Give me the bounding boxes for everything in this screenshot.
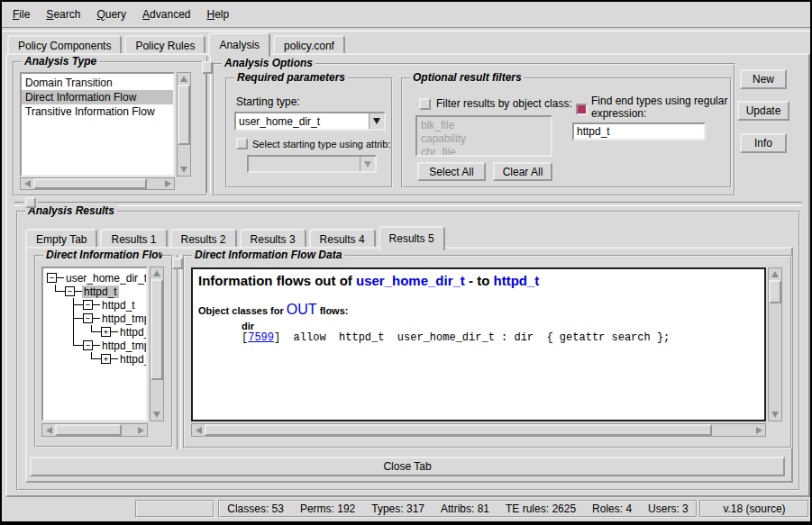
tree-expander-icon[interactable]: −: [83, 313, 93, 323]
scrollbar-thumb[interactable]: [55, 424, 122, 436]
menu-advanced[interactable]: Advanced: [142, 8, 190, 21]
analysis-type-vscrollbar[interactable]: [177, 72, 191, 177]
scroll-down-icon[interactable]: [769, 409, 781, 421]
scrollbar-thumb[interactable]: [151, 279, 163, 380]
required-parameters-panel: Required parameters Starting type: user_…: [225, 77, 393, 188]
tree-node-label[interactable]: httpd_tmp_t: [100, 312, 148, 325]
attrib-checkbox[interactable]: [236, 138, 248, 149]
new-button[interactable]: New: [740, 69, 787, 89]
flow-subtitle: Object classes for OUT flows:: [198, 302, 759, 318]
analysis-type-panel: Analysis Type Domain Transition Direct I…: [13, 61, 207, 196]
clear-all-button[interactable]: Clear All: [493, 162, 552, 181]
object-class-name: dir: [242, 321, 759, 331]
scroll-down-icon[interactable]: [151, 409, 163, 421]
tab-empty-tab[interactable]: Empty Tab: [25, 229, 97, 249]
scroll-up-icon[interactable]: [178, 73, 190, 85]
tab-analysis[interactable]: Analysis: [208, 32, 270, 57]
stat-roles: Roles: 4: [592, 502, 632, 515]
flow-tree-hscrollbar[interactable]: [41, 423, 148, 437]
info-button[interactable]: Info: [740, 133, 787, 153]
flow-tree-panel: Direct Information Flow T − user_home_di…: [34, 255, 173, 448]
tab-results-4[interactable]: Results 4: [309, 229, 376, 249]
attrib-combobox: [247, 155, 377, 173]
flow-tree-vscrollbar[interactable]: [150, 267, 164, 421]
optional-filters-legend: Optional result filters: [410, 71, 525, 84]
tree-row[interactable]: − httpd_t: [47, 285, 146, 298]
status-empty-box: [135, 500, 214, 518]
horizontal-sash-handle[interactable]: [25, 197, 36, 208]
scrollbar-thumb[interactable]: [33, 178, 147, 189]
regex-input[interactable]: httpd_t: [572, 122, 706, 140]
flow-data-hscrollbar[interactable]: [191, 423, 766, 437]
tree-node-label[interactable]: httpd_t: [118, 353, 148, 366]
scrollbar-thumb[interactable]: [205, 424, 712, 436]
tree-expander-icon[interactable]: +: [101, 327, 111, 337]
results-vertical-sash[interactable]: [177, 255, 181, 449]
tree-row[interactable]: − user_home_dir_t: [47, 271, 146, 285]
scroll-left-icon[interactable]: [21, 178, 33, 189]
list-item-disabled: chr_file: [417, 146, 551, 157]
chevron-down-icon[interactable]: [369, 113, 384, 129]
list-item[interactable]: Transitive Information Flow: [22, 104, 173, 119]
tree-row[interactable]: − httpd_tmpfs_t: [47, 339, 146, 352]
required-parameters-legend: Required parameters: [234, 71, 348, 84]
scroll-right-icon[interactable]: [134, 424, 147, 436]
select-all-button[interactable]: Select All: [417, 162, 486, 181]
flow-data-textarea[interactable]: Information flows out of user_home_dir_t…: [191, 267, 766, 421]
menu-query[interactable]: Query: [96, 8, 126, 21]
rule-number-link[interactable]: 7599: [248, 331, 274, 344]
analysis-type-hscrollbar[interactable]: [20, 177, 175, 190]
scroll-up-icon[interactable]: [769, 268, 781, 280]
menu-search[interactable]: Search: [46, 8, 80, 21]
tree-node-label[interactable]: httpd_t: [118, 326, 148, 339]
starting-type-combobox[interactable]: user_home_dir_t: [234, 112, 386, 131]
tree-row[interactable]: + httpd_t: [47, 352, 146, 366]
results-vertical-sash-handle[interactable]: [172, 258, 183, 269]
tree-node-label[interactable]: httpd_t: [100, 299, 137, 312]
tab-policy-components[interactable]: Policy Components: [7, 35, 122, 55]
starting-type-label: Starting type:: [236, 95, 300, 108]
scrollbar-thumb[interactable]: [769, 280, 781, 303]
flow-data-vscrollbar[interactable]: [768, 267, 782, 421]
flow-tree[interactable]: − user_home_dir_t − httpd_t − httpd_t − …: [41, 267, 148, 421]
top-vertical-sash[interactable]: [206, 56, 211, 193]
tab-results-2[interactable]: Results 2: [170, 229, 237, 249]
horizontal-sash-stub: [14, 202, 23, 206]
scroll-down-icon[interactable]: [178, 164, 190, 176]
scrollbar-thumb[interactable]: [178, 85, 190, 145]
tree-node-label[interactable]: user_home_dir_t: [64, 272, 148, 285]
list-item-disabled: capability: [417, 132, 551, 146]
tab-results-3[interactable]: Results 3: [240, 229, 306, 249]
list-item[interactable]: Domain Transition: [22, 76, 173, 90]
tab-policy-rules[interactable]: Policy Rules: [124, 35, 205, 55]
close-tab-button[interactable]: Close Tab: [30, 457, 785, 476]
regex-checkbox[interactable]: [576, 104, 588, 115]
list-item-selected[interactable]: Direct Information Flow: [22, 90, 173, 104]
scroll-right-icon[interactable]: [161, 178, 174, 189]
menu-help[interactable]: Help: [206, 8, 229, 21]
tree-node-label[interactable]: httpd_tmpfs_t: [100, 339, 148, 352]
scroll-right-icon[interactable]: [753, 424, 765, 436]
scroll-left-icon[interactable]: [42, 424, 55, 436]
flow-data-panel: Direct Information Flow Data Information…: [183, 255, 792, 448]
tree-expander-icon[interactable]: −: [65, 286, 75, 296]
object-class-checkbox[interactable]: [419, 98, 431, 110]
horizontal-sash[interactable]: [38, 202, 802, 206]
update-button[interactable]: Update: [737, 101, 789, 121]
tree-expander-icon[interactable]: −: [83, 300, 93, 310]
tree-row[interactable]: − httpd_tmp_t: [47, 312, 146, 325]
tree-row[interactable]: + httpd_t: [47, 325, 146, 339]
tab-results-5[interactable]: Results 5: [379, 226, 445, 250]
scroll-up-icon[interactable]: [151, 267, 163, 279]
tree-expander-icon[interactable]: −: [47, 273, 57, 283]
menu-file[interactable]: File: [13, 8, 30, 21]
tree-expander-icon[interactable]: +: [101, 354, 111, 364]
tab-results-1[interactable]: Results 1: [100, 229, 167, 249]
tree-expander-icon[interactable]: −: [83, 340, 93, 350]
menu-bar: File Search Query Advanced Help: [2, 2, 810, 27]
scroll-left-icon[interactable]: [192, 424, 205, 436]
tab-policy-conf[interactable]: policy.conf: [273, 35, 345, 55]
tree-row[interactable]: − httpd_t: [47, 298, 146, 312]
tree-node-label-selected[interactable]: httpd_t: [82, 285, 119, 298]
top-vertical-sash-handle[interactable]: [202, 61, 213, 74]
